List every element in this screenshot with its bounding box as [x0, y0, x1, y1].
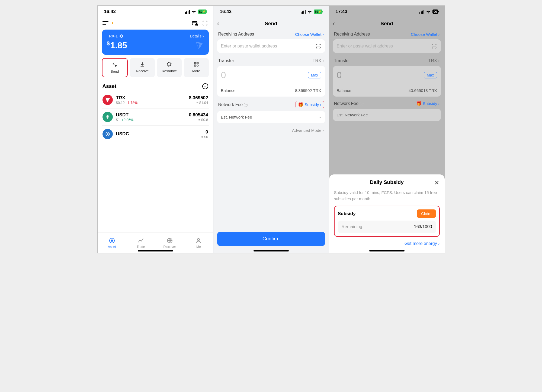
me-tab-icon	[195, 237, 202, 244]
svg-point-11	[197, 238, 200, 241]
svg-rect-3	[194, 62, 196, 64]
asset-tab-icon	[109, 237, 115, 244]
wifi-icon	[426, 10, 431, 14]
signal-icon	[185, 10, 190, 14]
battery-icon: 59⚡	[198, 9, 206, 14]
claim-button[interactable]: Claim	[417, 209, 436, 218]
receive-action[interactable]: Receive	[130, 58, 155, 77]
status-time: 16:42	[104, 9, 116, 14]
status-time: 16:42	[220, 9, 232, 14]
transfer-label: Transfer	[334, 58, 350, 63]
scan-icon[interactable]	[202, 20, 208, 26]
subsidy-link[interactable]: 🎁Subsidy ›	[416, 101, 440, 106]
est-fee-label: Est. Network Fee	[221, 115, 252, 119]
amount-input[interactable]: 0	[337, 70, 342, 80]
asset-heading: Asset	[102, 83, 117, 89]
network-fee-label: Network Fee?	[334, 101, 364, 106]
home-indicator[interactable]	[138, 250, 173, 251]
remaining-value: 163/1000	[414, 224, 432, 229]
receiving-address-label: Receiving Address	[334, 32, 370, 37]
status-bar: 17:43 96	[329, 6, 445, 18]
balance-amount: $1.85	[107, 40, 204, 50]
network-fee-label: Network Fee?	[218, 102, 248, 107]
svg-rect-2	[168, 63, 171, 66]
balance-value: 40.665013 TRX	[409, 88, 437, 93]
add-asset-button[interactable]: +	[202, 83, 208, 89]
home-indicator[interactable]	[254, 250, 289, 251]
est-fee-value: ~	[319, 115, 321, 119]
home-indicator[interactable]	[369, 250, 405, 251]
tab-me[interactable]: Me	[184, 233, 213, 253]
trx-coin-icon	[102, 95, 113, 105]
resource-action[interactable]: Resource	[157, 58, 182, 77]
svg-rect-4	[197, 62, 198, 64]
tab-asset[interactable]: Asset	[98, 233, 127, 253]
send-icon	[112, 62, 118, 68]
close-icon[interactable]: ✕	[434, 179, 439, 186]
transfer-coin[interactable]: TRX ›	[428, 58, 440, 63]
balance-label: Balance	[221, 88, 236, 93]
sheet-note: Subsidy valid for 10 mins, FCFS. Users c…	[334, 190, 440, 202]
sheet-title: Daily Subsidy	[370, 179, 404, 185]
gift-icon: 🎁	[298, 102, 303, 107]
status-bar: 16:42 59⚡	[98, 6, 213, 18]
balance-value: 8.369502 TRX	[295, 88, 321, 93]
est-fee-label: Est. Network Fee	[337, 113, 368, 117]
asset-row[interactable]: USDT $1+0.05% 0.805434 ≈ $0.8	[102, 109, 209, 126]
address-input[interactable]	[221, 44, 315, 49]
help-icon[interactable]: ?	[360, 102, 364, 106]
more-action[interactable]: More	[184, 58, 209, 77]
asset-row[interactable]: USDC 0 ≈ $0	[102, 126, 209, 142]
phone-send-screen: 16:42 59⚡ ‹ Send Receiving Address Choos…	[213, 6, 329, 253]
choose-wallet-link[interactable]: Choose Wallet ›	[295, 32, 324, 37]
page-title: Send	[333, 21, 441, 27]
battery-icon: 59⚡	[314, 9, 322, 14]
wallet-name: TRX-1	[107, 34, 118, 38]
scan-icon[interactable]	[431, 43, 437, 49]
discover-tab-icon	[166, 237, 173, 244]
get-more-energy-link[interactable]: Get more energy ›	[334, 241, 440, 246]
details-link[interactable]: Details ›	[190, 34, 204, 38]
status-bar: 16:42 59⚡	[213, 6, 329, 18]
asset-row[interactable]: TRX $0.12-1.78% 8.369502 ≈ $1.04	[102, 91, 209, 109]
address-input[interactable]	[337, 44, 431, 49]
subsidy-sheet: Daily Subsidy ✕ Subsidy valid for 10 min…	[329, 174, 445, 253]
tron-logo-icon	[195, 41, 204, 50]
eye-icon	[119, 34, 124, 38]
wifi-icon	[191, 10, 196, 14]
svg-rect-5	[194, 65, 196, 66]
remaining-label: Remaining:	[342, 224, 364, 229]
transfer-coin[interactable]: TRX ›	[313, 58, 324, 63]
more-icon	[193, 61, 199, 67]
balance-card[interactable]: TRX-1 Details › $1.85	[102, 30, 209, 55]
usdc-coin-icon	[102, 129, 113, 139]
svg-point-9	[111, 240, 113, 241]
scan-icon[interactable]	[315, 43, 321, 49]
confirm-button[interactable]: Confirm	[217, 232, 325, 246]
balance-label: Balance	[337, 88, 351, 93]
notification-dot	[112, 22, 113, 24]
send-action[interactable]: Send	[102, 58, 128, 77]
phone-subsidy-sheet-screen: 17:43 96 ‹ Send Receiving Address Choose…	[329, 6, 445, 253]
page-title: Send	[217, 21, 325, 27]
max-button[interactable]: Max	[424, 72, 437, 78]
battery-icon: 96	[432, 9, 438, 14]
subsidy-link[interactable]: 🎁Subsidy ›	[296, 101, 324, 108]
signal-icon	[419, 10, 424, 14]
advanced-mode-link[interactable]: Advanced Mode ›	[213, 128, 329, 133]
receiving-address-label: Receiving Address	[218, 32, 254, 37]
max-button[interactable]: Max	[308, 72, 321, 78]
add-wallet-icon[interactable]	[191, 20, 198, 26]
subsidy-claim-box: Subsidy Claim Remaining: 163/1000	[334, 206, 440, 237]
usdt-coin-icon	[102, 112, 113, 122]
phone-asset-screen: 16:42 59⚡ TRX-1 Details ›	[98, 6, 213, 253]
menu-icon[interactable]	[102, 21, 108, 25]
choose-wallet-link[interactable]: Choose Wallet ›	[411, 32, 440, 37]
amount-input[interactable]: 0	[221, 70, 226, 80]
trade-tab-icon	[137, 237, 144, 244]
est-fee-value: ~	[435, 113, 437, 117]
help-icon[interactable]: ?	[244, 103, 248, 107]
subsidy-label: Subsidy	[338, 211, 356, 216]
status-time: 17:43	[336, 9, 347, 14]
gift-icon: 🎁	[416, 101, 422, 106]
